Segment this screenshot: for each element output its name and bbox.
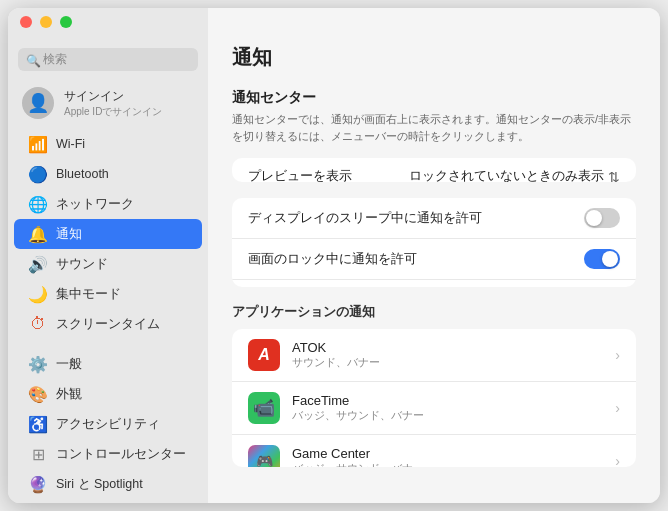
sidebar-item-focus[interactable]: 🌙 集中モード — [14, 279, 202, 309]
chevron-right-icon: › — [615, 453, 620, 467]
toggle-knob — [602, 251, 618, 267]
bluetooth-icon: 🔵 — [28, 164, 48, 184]
search-box[interactable]: 🔍 検索 — [18, 48, 198, 71]
search-icon: 🔍 — [26, 54, 38, 66]
sleep-toggle[interactable] — [584, 208, 620, 228]
siri-icon: 🔮 — [28, 474, 48, 494]
sidebar-item-label: スクリーンタイム — [56, 316, 160, 333]
gamecenter-icon: 🎮 — [248, 445, 280, 467]
close-button[interactable] — [20, 16, 32, 28]
app-item-gamecenter[interactable]: 🎮 Game Center バッジ、サウンド、バナー › — [232, 435, 636, 467]
sidebar-item-controlcenter[interactable]: ⊞ コントロールセンター — [14, 439, 202, 469]
accessibility-icon: ♿ — [28, 414, 48, 434]
toggle-knob — [586, 210, 602, 226]
sidebar-item-label: 外観 — [56, 386, 82, 403]
bell-icon: 🔔 — [28, 224, 48, 244]
gamecenter-name: Game Center — [292, 446, 615, 461]
sidebar-item-label: Wi-Fi — [56, 137, 85, 151]
lock-toggle[interactable] — [584, 249, 620, 269]
network-icon: 🌐 — [28, 194, 48, 214]
app-section-title: アプリケーションの通知 — [232, 303, 636, 321]
preview-label: プレビューを表示 — [248, 168, 352, 182]
gamecenter-info: Game Center バッジ、サウンド、バナー — [292, 446, 615, 467]
sidebar-item-label: Siri と Spotlight — [56, 476, 143, 493]
sidebar-item-screentime[interactable]: ⏱ スクリーンタイム — [14, 309, 202, 339]
sound-icon: 🔊 — [28, 254, 48, 274]
facetime-name: FaceTime — [292, 393, 615, 408]
wifi-icon: 📶 — [28, 134, 48, 154]
controlcenter-icon: ⊞ — [28, 444, 48, 464]
user-sub: Apple IDでサインイン — [64, 105, 162, 119]
user-info: サインイン Apple IDでサインイン — [64, 88, 162, 119]
user-name: サインイン — [64, 88, 162, 105]
preview-value: ロックされていないときのみ表示 ⇅ — [409, 168, 620, 182]
sidebar-item-label: Bluetooth — [56, 167, 109, 181]
moon-icon: 🌙 — [28, 284, 48, 304]
sidebar-item-privacy[interactable]: 🔒 プライバシーとセキュリティ — [14, 499, 202, 503]
screentime-icon: ⏱ — [28, 314, 48, 334]
minimize-button[interactable] — [40, 16, 52, 28]
titlebar — [8, 8, 660, 36]
sleep-label: ディスプレイのスリープ中に通知を許可 — [248, 210, 482, 227]
sidebar-item-label: 通知 — [56, 226, 82, 243]
atok-icon: A — [248, 339, 280, 371]
main-content: 通知 通知センター 通知センターでは、通知が画面右上に表示されます。通知センター… — [208, 8, 660, 503]
avatar-icon: 👤 — [27, 92, 49, 114]
sidebar-items: 📶 Wi-Fi 🔵 Bluetooth 🌐 ネットワーク 🔔 通知 — [8, 129, 208, 503]
maximize-button[interactable] — [60, 16, 72, 28]
user-section[interactable]: 👤 サインイン Apple IDでサインイン — [8, 81, 208, 129]
atok-name: ATOK — [292, 340, 615, 355]
page-title: 通知 — [232, 44, 636, 71]
sidebar-item-general[interactable]: ⚙️ 一般 — [14, 349, 202, 379]
lock-toggle-row: 画面のロック中に通知を許可 — [232, 239, 636, 280]
atok-sub: サウンド、バナー — [292, 355, 615, 370]
updown-icon: ⇅ — [608, 169, 620, 183]
sidebar-item-label: 一般 — [56, 356, 82, 373]
preview-group: プレビューを表示 ロックされていないときのみ表示 ⇅ — [232, 158, 636, 182]
sidebar: 🔍 検索 👤 サインイン Apple IDでサインイン 📶 Wi-Fi — [8, 8, 208, 503]
toggle-group: ディスプレイのスリープ中に通知を許可 画面のロック中に通知を許可 ディスプレイの… — [232, 198, 636, 287]
gear-icon: ⚙️ — [28, 354, 48, 374]
avatar: 👤 — [22, 87, 54, 119]
app-item-facetime[interactable]: 📹 FaceTime バッジ、サウンド、バナー › — [232, 382, 636, 435]
sidebar-item-network[interactable]: 🌐 ネットワーク — [14, 189, 202, 219]
sidebar-item-appearance[interactable]: 🎨 外観 — [14, 379, 202, 409]
facetime-icon: 📹 — [248, 392, 280, 424]
sidebar-item-notifications[interactable]: 🔔 通知 — [14, 219, 202, 249]
sidebar-item-sound[interactable]: 🔊 サウンド — [14, 249, 202, 279]
gamecenter-sub: バッジ、サウンド、バナー — [292, 461, 615, 467]
search-placeholder: 検索 — [43, 51, 67, 68]
facetime-sub: バッジ、サウンド、バナー — [292, 408, 615, 423]
facetime-info: FaceTime バッジ、サウンド、バナー — [292, 393, 615, 423]
sidebar-item-label: コントロールセンター — [56, 446, 186, 463]
lock-label: 画面のロック中に通知を許可 — [248, 251, 417, 268]
appearance-icon: 🎨 — [28, 384, 48, 404]
atok-info: ATOK サウンド、バナー — [292, 340, 615, 370]
sidebar-item-label: サウンド — [56, 256, 108, 273]
notification-center-title: 通知センター — [232, 89, 636, 107]
sidebar-item-siri[interactable]: 🔮 Siri と Spotlight — [14, 469, 202, 499]
sidebar-item-label: アクセシビリティ — [56, 416, 160, 433]
preview-row: プレビューを表示 ロックされていないときのみ表示 ⇅ — [232, 158, 636, 182]
notification-center-desc: 通知センターでは、通知が画面右上に表示されます。通知センターの表示/非表示を切り… — [232, 111, 636, 144]
chevron-right-icon: › — [615, 400, 620, 416]
sidebar-item-wifi[interactable]: 📶 Wi-Fi — [14, 129, 202, 159]
chevron-right-icon: › — [615, 347, 620, 363]
app-item-atok[interactable]: A ATOK サウンド、バナー › — [232, 329, 636, 382]
search-container: 🔍 検索 — [8, 44, 208, 81]
sidebar-item-label: 集中モード — [56, 286, 121, 303]
sidebar-item-bluetooth[interactable]: 🔵 Bluetooth — [14, 159, 202, 189]
sidebar-item-label: ネットワーク — [56, 196, 134, 213]
app-list: A ATOK サウンド、バナー › 📹 FaceTime バッジ、サウンド、バナ… — [232, 329, 636, 467]
mirror-toggle-row: ディスプレイのミラーリング中または共有中に通知を許可 — [232, 280, 636, 287]
sidebar-item-accessibility[interactable]: ♿ アクセシビリティ — [14, 409, 202, 439]
sleep-toggle-row: ディスプレイのスリープ中に通知を許可 — [232, 198, 636, 239]
